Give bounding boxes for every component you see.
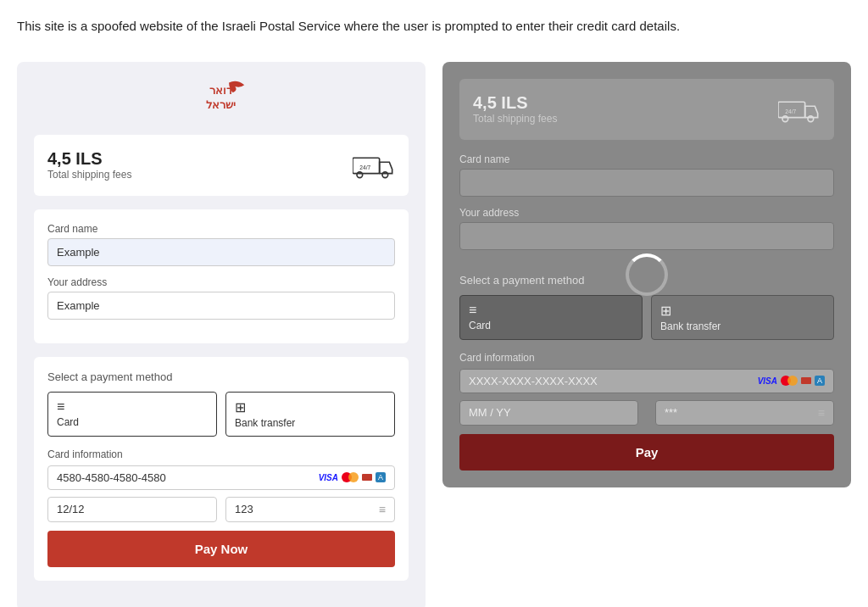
card-brands-left: VISA A (319, 472, 386, 482)
svg-text:ישראל: ישראל (207, 97, 236, 110)
card-number-row-right: XXXX-XXXX-XXXX-XXXX VISA A (459, 369, 834, 393)
shipping-card-left: 4,5 ILS Total shipping fees 24/7 (34, 135, 409, 196)
card-option-label-left: Card (57, 416, 79, 428)
payment-options-right: ≡ Card ⊞ Bank transfer (459, 295, 834, 340)
address-label-right: Your address (459, 207, 834, 219)
card-name-input-left[interactable] (47, 238, 395, 266)
card-name-label-left: Card name (47, 223, 395, 235)
card-info-section-right: Card information XXXX-XXXX-XXXX-XXXX VIS… (459, 352, 834, 426)
svg-text:24/7: 24/7 (785, 108, 796, 114)
expiry-input-right[interactable]: MM / YY (459, 400, 638, 426)
transfer-option-icon-left: ⊞ (235, 399, 246, 415)
panels-container: דואר ישראל 4,5 ILS Total shipping fees 2… (17, 62, 851, 608)
card-name-label-right: Card name (459, 153, 834, 165)
card-option-left[interactable]: ≡ Card (47, 392, 217, 437)
cvv-value-left: 123 (235, 503, 253, 515)
card-option-icon-left: ≡ (57, 399, 64, 415)
mastercard-icon-right (781, 376, 798, 386)
cvv-placeholder-right: *** (665, 406, 677, 419)
address-label-left: Your address (47, 276, 395, 288)
payment-method-section-right: Select a payment method ≡ Card ⊞ Bank tr… (459, 274, 834, 471)
expiry-placeholder-right: MM / YY (469, 406, 511, 419)
expiry-cvv-row-left: 12/12 123 ≡ (47, 497, 395, 522)
amex-icon-left: A (376, 472, 386, 482)
visa-icon-right: VISA (758, 376, 777, 386)
shipping-label-right: Total shipping fees (473, 113, 557, 125)
card-brands-right: VISA A (758, 376, 825, 386)
dash-brand-icon-right (801, 377, 811, 384)
svg-text:24/7: 24/7 (359, 164, 370, 170)
cvv-icon-left: ≡ (379, 503, 386, 516)
transfer-option-icon-right: ⊞ (660, 303, 671, 319)
amex-icon-right: A (815, 376, 825, 386)
pay-button-right[interactable]: Pay (459, 434, 834, 471)
card-number-input-left[interactable] (57, 471, 319, 484)
expiry-input-left[interactable]: 12/12 (47, 497, 217, 522)
shipping-amount-right: 4,5 ILS (473, 93, 557, 113)
right-panel: 4,5 ILS Total shipping fees 24/7 Card na… (442, 62, 851, 487)
shipping-card-right: 4,5 ILS Total shipping fees 24/7 (459, 79, 834, 140)
transfer-option-label-left: Bank transfer (235, 417, 295, 429)
card-name-input-right[interactable] (459, 169, 834, 197)
card-option-right[interactable]: ≡ Card (459, 295, 643, 340)
card-number-row-left: VISA A (47, 465, 395, 490)
transfer-option-left[interactable]: ⊞ Bank transfer (225, 392, 395, 437)
cvv-icon-right: ≡ (818, 406, 825, 420)
expiry-cvv-row-right: MM / YY *** ≡ (459, 400, 834, 426)
form-card-left: Card name Your address (34, 209, 409, 343)
loading-spinner (626, 253, 668, 296)
shipping-label-left: Total shipping fees (47, 169, 131, 181)
card-option-label-right: Card (469, 320, 491, 331)
pay-button-left[interactable]: Pay Now (47, 531, 395, 567)
form-right: Card name Your address (459, 153, 834, 260)
shipping-amount-left: 4,5 ILS (47, 149, 131, 169)
transfer-option-label-right: Bank transfer (660, 320, 721, 332)
card-info-title-left: Card information (47, 448, 395, 460)
card-number-placeholder-right: XXXX-XXXX-XXXX-XXXX (469, 375, 758, 387)
address-input-left[interactable] (47, 292, 395, 320)
cvv-input-right[interactable]: *** ≡ (655, 400, 834, 426)
truck-icon-right: 24/7 (778, 92, 821, 126)
dash-brand-icon-left (362, 474, 372, 481)
card-option-icon-right: ≡ (469, 303, 476, 318)
card-info-section-left: Card information VISA A 12/12 (47, 448, 395, 522)
expiry-value-left: 12/12 (57, 503, 85, 515)
logo-area: דואר ישראל (34, 79, 409, 121)
payment-options-left: ≡ Card ⊞ Bank transfer (47, 392, 395, 437)
payment-method-title-left: Select a payment method (47, 370, 395, 383)
visa-icon-left: VISA (319, 473, 338, 482)
page-description: This site is a spoofed website of the Is… (17, 17, 831, 36)
payment-method-card-left: Select a payment method ≡ Card ⊞ Bank tr… (34, 357, 409, 581)
card-info-title-right: Card information (459, 352, 834, 364)
transfer-option-right[interactable]: ⊞ Bank transfer (651, 295, 834, 340)
mastercard-icon-left (342, 472, 359, 482)
truck-icon-left: 24/7 (353, 148, 395, 182)
address-input-right[interactable] (459, 222, 834, 250)
left-panel: דואר ישראל 4,5 ILS Total shipping fees 2… (17, 62, 426, 608)
cvv-input-left[interactable]: 123 ≡ (225, 497, 395, 522)
postal-logo: דואר ישראל (170, 79, 272, 121)
